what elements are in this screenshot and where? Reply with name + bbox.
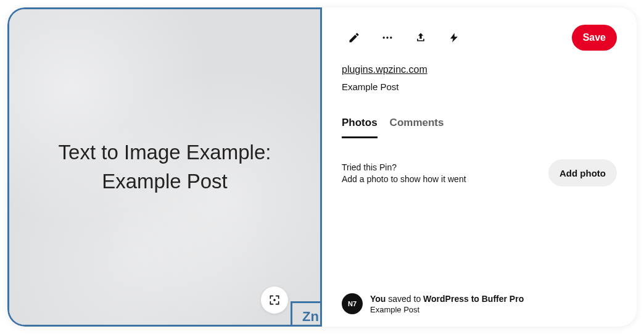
pin-image-text-line2: Example Post xyxy=(59,167,271,196)
svg-point-0 xyxy=(273,299,276,301)
pin-card: Text to Image Example: Example Post Zn xyxy=(7,7,637,327)
zoom-icon xyxy=(268,294,281,306)
avatar[interactable]: N7 xyxy=(342,293,363,314)
attribution: N7 You saved to WordPress to Buffer Pro … xyxy=(342,286,617,314)
svg-point-1 xyxy=(383,36,385,38)
share-icon xyxy=(415,31,427,44)
lightning-icon xyxy=(448,32,460,43)
edit-button[interactable] xyxy=(342,25,366,50)
attribution-saved-to: saved to xyxy=(386,294,423,304)
attribution-board[interactable]: WordPress to Buffer Pro xyxy=(423,294,524,304)
source-link[interactable]: plugins.wpzinc.com xyxy=(342,64,617,75)
more-button[interactable] xyxy=(375,25,400,50)
save-button[interactable]: Save xyxy=(572,25,617,51)
toolbar: Save xyxy=(342,25,617,51)
quick-action-button[interactable] xyxy=(442,25,466,50)
attribution-line1: You saved to WordPress to Buffer Pro xyxy=(370,294,524,304)
tab-photos[interactable]: Photos xyxy=(342,117,378,138)
more-icon xyxy=(381,31,394,44)
attribution-you: You xyxy=(370,294,386,304)
tried-question: Tried this Pin? xyxy=(342,162,466,172)
watermark: Zn xyxy=(291,301,320,325)
tried-subtext: Add a photo to show how it went xyxy=(342,174,466,184)
pin-title: Example Post xyxy=(342,81,617,92)
pin-image-text-line1: Text to Image Example: xyxy=(59,138,271,167)
attribution-text: You saved to WordPress to Buffer Pro Exa… xyxy=(370,294,524,314)
pencil-icon xyxy=(348,31,360,44)
svg-point-2 xyxy=(386,36,388,38)
watermark-text: Zn xyxy=(302,309,319,325)
share-button[interactable] xyxy=(408,25,433,50)
tab-comments[interactable]: Comments xyxy=(390,117,444,138)
avatar-text: N7 xyxy=(348,300,357,307)
tabs: Photos Comments xyxy=(342,117,617,138)
pin-details: Save plugins.wpzinc.com Example Post Pho… xyxy=(322,7,637,327)
tried-section: Tried this Pin? Add a photo to show how … xyxy=(342,159,617,186)
add-photo-button[interactable]: Add photo xyxy=(548,159,617,186)
svg-point-3 xyxy=(390,36,392,38)
pin-image-area: Text to Image Example: Example Post Zn xyxy=(7,7,322,327)
tried-text: Tried this Pin? Add a photo to show how … xyxy=(342,162,466,184)
zoom-button[interactable] xyxy=(261,286,288,314)
attribution-subtitle: Example Post xyxy=(370,305,524,314)
pin-image-text: Text to Image Example: Example Post xyxy=(59,138,271,195)
